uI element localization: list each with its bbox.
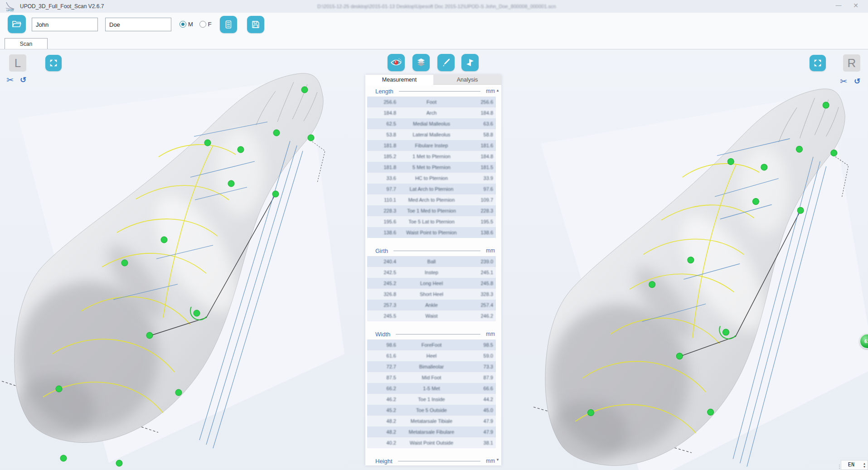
app-logo-foot-icon: UPOD xyxy=(5,1,16,12)
layers-button[interactable] xyxy=(412,54,430,71)
table-row[interactable]: 40.2 Waist Point Outside 38.1 xyxy=(367,437,496,448)
left-foot-value: 33.6 xyxy=(367,175,396,181)
table-row[interactable]: 181.8 5 Met to Pternion 181.5 xyxy=(367,162,496,173)
left-foot-value: 72.7 xyxy=(367,364,396,369)
right-foot-value: 257.4 xyxy=(467,302,496,308)
first-name-input[interactable] xyxy=(32,18,98,31)
language-bar[interactable]: EN ▲ ▼ xyxy=(841,460,868,470)
open-file-button[interactable] xyxy=(8,15,26,33)
table-row[interactable]: 181.8 Fibulare Instep 181.6 xyxy=(367,140,496,151)
table-row[interactable]: 245.2 Long Heel 245.8 xyxy=(367,278,496,289)
table-row[interactable]: 45.2 Toe 5 Outside 45.0 xyxy=(367,405,496,416)
section-height-header[interactable]: Height mm xyxy=(365,455,501,466)
right-foot-value: 109.7 xyxy=(467,197,496,203)
divider xyxy=(398,461,480,461)
measure-name: Waist Point Outside xyxy=(396,440,467,446)
save-button[interactable] xyxy=(247,16,264,33)
table-row[interactable]: 257.3 Ankle 257.4 xyxy=(367,300,496,310)
table-row[interactable]: 184.8 Arch 184.8 xyxy=(367,107,496,118)
table-row[interactable]: 110.1 Med Arch to Pternion 109.7 xyxy=(367,194,496,205)
table-row[interactable]: 98.6 ForeFoot 98.5 xyxy=(367,339,496,350)
show-landmarks-button[interactable] xyxy=(388,54,405,71)
save-icon xyxy=(251,19,261,29)
section-height: Height mm xyxy=(365,455,501,466)
table-row[interactable]: 87.5 Mid Foot 87.9 xyxy=(367,372,496,383)
table-row[interactable]: 53.8 Lateral Malleolus 58.8 xyxy=(367,129,496,140)
rotate-icon: ↺ xyxy=(854,77,860,86)
open-folder-icon xyxy=(11,19,22,29)
left-cut-button[interactable]: ✂ xyxy=(6,76,14,84)
measure-name: 1 Met to Pternion xyxy=(396,154,467,159)
section-title: Height xyxy=(375,458,393,465)
right-cut-button[interactable]: ✂ xyxy=(840,77,847,86)
table-row[interactable]: 138.6 Waist Point to Pternion 138.6 xyxy=(367,227,496,238)
gender-male-radio[interactable]: M xyxy=(179,21,193,28)
language-arrows[interactable]: ▲ ▼ xyxy=(861,462,868,468)
table-row[interactable]: 61.6 Heel 59.0 xyxy=(367,350,496,361)
status-badge-value: 61 xyxy=(864,339,868,344)
right-foot-3d-view[interactable] xyxy=(517,64,868,470)
table-row[interactable]: 48.2 Metatarsale Fibulare 47.9 xyxy=(367,426,496,437)
table-row[interactable]: 242.5 Instep 245.1 xyxy=(367,267,496,278)
left-foot-value: 256.6 xyxy=(367,99,396,105)
left-rotate-button[interactable]: ↺ xyxy=(20,76,26,84)
right-expand-button[interactable] xyxy=(810,55,826,71)
table-row[interactable]: 185.2 1 Met to Pternion 184.8 xyxy=(367,151,496,162)
close-button[interactable]: ✕ xyxy=(850,2,862,9)
left-foot-label-button[interactable]: L xyxy=(9,54,26,72)
paint-button[interactable] xyxy=(437,54,455,71)
right-rotate-button[interactable]: ↺ xyxy=(854,78,860,85)
gender-female-radio[interactable]: F xyxy=(199,21,212,28)
table-row[interactable]: 66.2 1-5 Met 66.6 xyxy=(367,383,496,394)
table-row[interactable]: 228.3 Toe 1 Med to Pternion 228.3 xyxy=(367,205,496,216)
left-foot-value: 228.3 xyxy=(367,208,396,213)
scroll-down-icon[interactable]: ▼ xyxy=(496,458,499,462)
svg-text:UPOD: UPOD xyxy=(6,9,14,12)
right-foot-value: 98.5 xyxy=(467,342,496,348)
last-name-input[interactable] xyxy=(105,18,171,31)
report-button[interactable] xyxy=(220,16,237,33)
table-row[interactable]: 97.7 Lat Arch to Pternion 97.6 xyxy=(367,184,496,194)
right-foot-value: 45.0 xyxy=(467,407,496,413)
app-window: UPOD UPOD_3D_Full_Foot_Scan V2.6.7 D:\20… xyxy=(0,0,868,470)
length-rows: 256.6 Foot 256.6 184.8 Arch 184.8 62.5 xyxy=(365,97,501,238)
tab-analysis[interactable]: Analysis xyxy=(433,75,501,85)
right-foot-value: 239.0 xyxy=(467,259,496,264)
panel-tabs: Measurement Analysis xyxy=(365,75,501,85)
table-row[interactable]: 33.6 HC to Pternion 33.9 xyxy=(367,173,496,184)
measure-name: Mid Foot xyxy=(396,375,467,380)
table-row[interactable]: 256.6 Foot 256.6 xyxy=(367,97,496,107)
report-icon xyxy=(223,19,233,29)
measure-name: Waist Point to Pternion xyxy=(396,230,467,235)
table-row[interactable]: 46.2 Toe 1 Inside 44.2 xyxy=(367,394,496,405)
table-row[interactable]: 62.5 Medial Malleolus 63.6 xyxy=(367,118,496,129)
table-row[interactable]: 48.2 Metatarsale Tibiale 47.9 xyxy=(367,416,496,426)
right-foot-label-button[interactable]: R xyxy=(843,54,860,72)
right-foot-label: R xyxy=(848,56,856,70)
section-girth-header[interactable]: Girth mm xyxy=(365,245,501,256)
table-row[interactable]: 240.4 Ball 239.0 xyxy=(367,256,496,267)
right-foot-value: 63.6 xyxy=(467,121,496,126)
table-row[interactable]: 326.8 Short Heel 328.3 xyxy=(367,289,496,300)
section-title: Length xyxy=(375,88,393,95)
left-foot-value: 326.8 xyxy=(367,291,396,297)
right-foot-value: 195.5 xyxy=(467,219,496,224)
left-expand-button[interactable] xyxy=(45,55,62,71)
table-row[interactable]: 72.7 Bimalleolar 73.3 xyxy=(367,361,496,372)
table-row[interactable]: 245.5 Waist 246.2 xyxy=(367,310,496,321)
swap-compare-button[interactable] xyxy=(461,54,479,71)
measure-name: Metatarsale Fibulare xyxy=(396,429,467,435)
left-foot-3d-view[interactable] xyxy=(0,64,358,470)
section-width-header[interactable]: Width mm xyxy=(365,329,501,339)
tab-scan-label: Scan xyxy=(20,41,32,47)
tab-measurement[interactable]: Measurement xyxy=(365,75,433,85)
section-unit: mm xyxy=(486,88,495,94)
scroll-up-icon[interactable]: ▲ xyxy=(496,88,499,92)
main-area: L R ✂ ↺ ✂ ↺ xyxy=(0,49,868,470)
minimize-button[interactable]: — xyxy=(833,2,844,9)
tab-measurement-label: Measurement xyxy=(382,77,417,83)
tab-scan[interactable]: Scan xyxy=(5,38,48,49)
measure-name: Instep xyxy=(396,270,467,275)
table-row[interactable]: 195.6 Toe 5 Lat to Pternion 195.5 xyxy=(367,216,496,227)
section-length-header[interactable]: Length mm xyxy=(365,86,501,97)
